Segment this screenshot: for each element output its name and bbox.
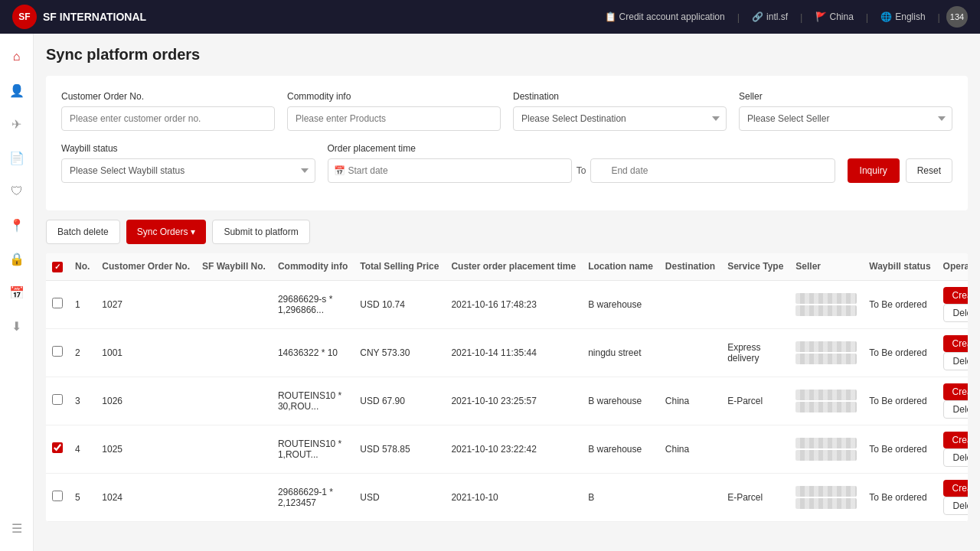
end-date-input[interactable] — [590, 158, 835, 183]
commodity-info-input[interactable] — [287, 106, 501, 131]
table-cell: 1 — [69, 280, 96, 328]
waybill-status-cell: To Be ordered — [863, 280, 936, 328]
top-navbar: SF SF INTERNATIONAL 📋 Credit account app… — [0, 0, 980, 34]
delete-button[interactable]: Delete — [943, 352, 968, 370]
intlsf-label: intl.sf — [766, 11, 788, 22]
seller-value — [795, 486, 857, 497]
create-button[interactable]: Create — [943, 432, 968, 448]
create-button[interactable]: Create — [943, 287, 968, 304]
sync-orders-button[interactable]: Sync Orders ▾ — [126, 220, 207, 244]
create-button[interactable]: Create — [943, 383, 968, 400]
filter-actions: Inquiry Reset — [848, 143, 952, 183]
table-row: 31026ROUTEINS10 * 30,ROU...USD 67.902021… — [46, 377, 968, 425]
date-to-label: To — [577, 165, 586, 176]
seller-label: Seller — [739, 91, 952, 102]
delete-button[interactable]: Delete — [943, 304, 968, 322]
destination-select[interactable]: Please Select Destination — [513, 106, 727, 131]
delete-button[interactable]: Delete — [943, 400, 968, 419]
commodity-info-label: Commodity info — [287, 91, 501, 102]
operate-cell: CreateDelete — [937, 425, 968, 473]
table-cell: USD 67.90 — [354, 377, 445, 425]
table-cell: B warehouse — [582, 377, 659, 425]
table-cell: ROUTEINS10 * 1,ROUT... — [272, 425, 354, 473]
start-date-input[interactable] — [328, 158, 572, 183]
row-checkbox[interactable] — [52, 442, 63, 453]
table-cell: 4 — [69, 425, 96, 473]
submit-platform-button[interactable]: Submit to platform — [212, 220, 309, 244]
col-total-price: Total Selling Price — [354, 253, 445, 280]
seller-select[interactable]: Please Select Seller — [739, 106, 952, 131]
table-cell: China — [659, 377, 721, 425]
credit-account-link[interactable]: 📋 Credit account application — [599, 11, 731, 22]
user-avatar[interactable]: 134 — [946, 6, 968, 28]
table-cell: 29686629-s * 1,296866... — [272, 280, 354, 328]
sidebar-menu-icon[interactable]: ☰ — [3, 514, 31, 542]
delete-button[interactable]: Delete — [943, 448, 968, 467]
select-all-checkbox[interactable]: ✓ — [52, 262, 63, 272]
table-cell — [196, 377, 272, 425]
table-cell: E-Parcel — [721, 377, 789, 425]
seller-value — [795, 438, 857, 448]
sidebar-location-icon[interactable]: 📍 — [3, 211, 31, 239]
table-cell — [196, 425, 272, 473]
sidebar-download-icon[interactable]: ⬇ — [3, 312, 31, 340]
sidebar-document-icon[interactable]: 📄 — [3, 144, 31, 171]
waybill-status-select[interactable]: Please Select Waybill status — [61, 158, 315, 183]
batch-delete-button[interactable]: Batch delete — [46, 220, 120, 244]
create-button[interactable]: Create — [943, 335, 968, 352]
table-cell: 14636322 * 10 — [272, 328, 354, 377]
col-no: No. — [69, 253, 96, 280]
intlsf-link[interactable]: 🔗 intl.sf — [746, 11, 794, 22]
seller-value — [795, 341, 857, 352]
table-cell — [196, 473, 272, 521]
row-checkbox[interactable] — [52, 394, 63, 405]
seller-filter-group: Seller Please Select Seller — [739, 91, 952, 131]
row-checkbox[interactable] — [52, 491, 63, 501]
inquiry-button[interactable]: Inquiry — [848, 158, 900, 183]
row-checkbox[interactable] — [52, 298, 63, 308]
table-cell: ROUTEINS10 * 30,ROU... — [272, 377, 354, 425]
row-checkbox-cell[interactable] — [46, 473, 69, 521]
delete-button[interactable]: Delete — [943, 497, 968, 515]
seller-value-2 — [795, 402, 857, 412]
table-row: 41025ROUTEINS10 * 1,ROUT...USD 578.85202… — [46, 425, 968, 473]
customer-order-input[interactable] — [61, 106, 275, 131]
start-date-wrap: 📅 — [328, 158, 572, 183]
seller-value — [795, 390, 857, 400]
table-cell: 1001 — [96, 328, 196, 377]
sidebar-lock-icon[interactable]: 🔒 — [3, 245, 31, 272]
table-cell: 5 — [69, 473, 96, 521]
language-label: English — [895, 11, 925, 22]
table-cell: ningdu street — [582, 328, 659, 377]
row-checkbox-cell[interactable] — [46, 328, 69, 377]
col-commodity-info: Commodity info — [272, 253, 354, 280]
table-cell: 2021-10-10 23:25:57 — [445, 377, 582, 425]
table-cell: 1024 — [96, 473, 196, 521]
seller-cell — [789, 328, 863, 377]
row-checkbox-cell[interactable] — [46, 425, 69, 473]
credit-account-icon: 📋 — [605, 11, 616, 22]
sidebar-shield-icon[interactable]: 🛡 — [3, 178, 31, 205]
row-checkbox[interactable] — [52, 346, 63, 357]
commodity-info-filter-group: Commodity info — [287, 91, 501, 131]
seller-value-2 — [795, 498, 857, 509]
operate-cell: CreateDelete — [937, 473, 968, 521]
create-button[interactable]: Create — [943, 480, 968, 497]
table-cell: B warehouse — [582, 425, 659, 473]
col-service-type: Service Type — [721, 253, 789, 280]
china-link[interactable]: 🚩 China — [809, 11, 860, 22]
sidebar-send-icon[interactable]: ✈ — [3, 110, 31, 138]
logo: SF SF INTERNATIONAL — [12, 5, 146, 29]
select-all-checkbox-cell[interactable]: ✓ — [46, 253, 69, 280]
table-cell: China — [659, 425, 721, 473]
row-checkbox-cell[interactable] — [46, 280, 69, 328]
col-placement-time: Custer order placement time — [445, 253, 582, 280]
reset-button[interactable]: Reset — [906, 158, 952, 183]
sidebar-home-icon[interactable]: ⌂ — [3, 43, 31, 70]
row-checkbox-cell[interactable] — [46, 377, 69, 425]
language-selector[interactable]: 🌐 English — [874, 11, 931, 22]
sidebar-calendar-icon[interactable]: 📅 — [3, 279, 31, 306]
table-header-row: ✓ No. Customer Order No. SF Waybill No. … — [46, 253, 968, 280]
filter-row-2: Waybill status Please Select Waybill sta… — [61, 143, 952, 183]
sidebar-user-icon[interactable]: 👤 — [3, 77, 31, 104]
